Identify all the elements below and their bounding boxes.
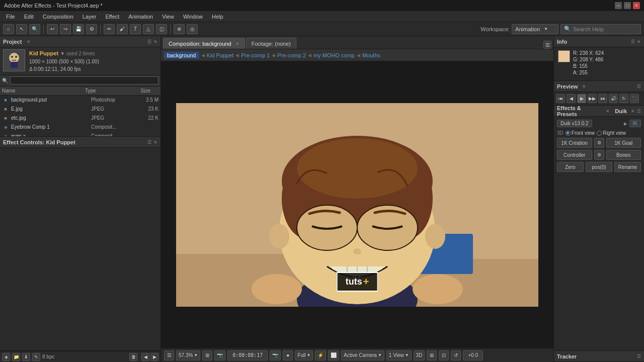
search-help-input[interactable]: 🔍 Search Help [560,24,641,34]
transparency-btn[interactable]: ⬜ [328,350,339,360]
camera-dropdown[interactable]: Active Camera ▼ [341,350,384,360]
comp-tab-close[interactable]: ✕ [235,41,239,46]
menu-window[interactable]: Window [179,13,207,21]
pen-tool[interactable]: ✏ [104,24,115,34]
menu-layer[interactable]: Layer [78,13,101,21]
fast-preview[interactable]: ⚡ [315,350,326,360]
quality-dropdown[interactable]: Full ▼ [295,350,313,360]
project-search-input[interactable] [10,76,158,84]
render-btn[interactable]: ● [283,350,293,360]
workspace-dropdown[interactable]: Animation ▼ [512,24,558,34]
effect-panel-menu[interactable]: ☰ [147,140,151,145]
reset-btn[interactable]: ↺ [451,350,461,360]
duik-right-radio[interactable]: Right view [597,130,626,136]
breadcrumb-moho[interactable]: my MOHO comp [313,52,355,58]
menu-edit[interactable]: Edit [20,13,38,21]
project-panel-menu[interactable]: ☰ [147,39,151,44]
menu-view[interactable]: View [158,13,178,21]
next-frame[interactable]: ▶ [150,353,158,361]
duik-ik-button[interactable]: IK [629,120,641,127]
new-comp-button[interactable]: ◈ [2,353,10,361]
duik-pos0-btn[interactable]: pos(0) [586,162,612,172]
new-folder-button[interactable]: 📁 [12,353,20,361]
text-tool[interactable]: T [130,24,141,34]
list-item[interactable]: ■ E.jpg JPEG 23 K [0,105,160,114]
menu-file[interactable]: File [2,13,19,21]
breadcrumb-precomp1[interactable]: Pre-comp 1 [241,52,270,58]
preview-loop[interactable]: ↻ [619,94,628,103]
duik-goal-btn[interactable]: 1K Goal [606,138,641,148]
breadcrumb-background[interactable]: background [164,52,199,59]
preview-audio[interactable]: 🔊 [609,94,618,103]
viewer-extra[interactable]: +0.0 [463,350,483,360]
viewer-menu-btn[interactable]: ☰ [164,350,174,360]
brush-tool[interactable]: 🖌 [117,24,128,34]
pixel-btn[interactable]: ⊡ [439,350,449,360]
zoom-dropdown[interactable]: 57.3% ▼ [176,350,200,360]
move-tool[interactable]: ⊕ [174,24,185,34]
undo-button[interactable]: ↩ [47,24,58,34]
effect-panel-close[interactable]: ✕ [153,140,157,145]
3d-view-btn[interactable]: 3D [414,350,425,360]
delete-button[interactable]: 🗑 [129,353,137,361]
snapshot-btn[interactable]: 📷 [214,350,225,360]
comp-tab-footage[interactable]: Footage: (none) [246,38,296,49]
ep-close-x[interactable]: ✕ [606,109,610,114]
fit-viewer[interactable]: ⊞ [202,350,212,360]
preview-last-frame[interactable]: ⏭ [598,94,607,103]
tool-search[interactable]: 🔍 [29,24,40,34]
grid-btn[interactable]: ⊞ [427,350,437,360]
comp-tab-background[interactable]: Composition: background ✕ [163,38,245,49]
menu-effect[interactable]: Effect [101,13,123,21]
close-button[interactable]: ✕ [633,2,640,9]
tool-selection[interactable]: ↖ [16,24,27,34]
list-item[interactable]: ■ background.psd Photoshop 3.5 M [0,96,160,105]
redo-button[interactable]: ↪ [60,24,71,34]
menu-composition[interactable]: Composition [39,13,77,21]
list-item[interactable]: ◈ eyes x Composit... [0,132,160,137]
shape-tool[interactable]: △ [143,24,154,34]
duik-bones-btn[interactable]: Bones [606,150,641,160]
preview-ram[interactable]: ⬛ [630,94,639,103]
duik-creation-icon[interactable]: ⚙ [594,138,604,148]
breadcrumb-precomp2[interactable]: Pre-comp 2 [277,52,306,58]
minimize-button[interactable]: ─ [615,2,622,9]
duik-creation-btn[interactable]: 1K Creation [557,138,592,148]
composition-viewer[interactable]: tuts+ [161,61,553,348]
preview-close-x[interactable]: ✕ [582,84,586,89]
tracker-menu[interactable]: ☰ [637,354,641,359]
breadcrumb-mouths[interactable]: Mouths [362,52,380,58]
duik-front-radio[interactable]: Front view [566,130,595,136]
ep-duik-close[interactable]: ✕ [631,109,635,114]
views-dropdown[interactable]: 1 View ▼ [386,350,412,360]
preview-prev-frame[interactable]: ◀ [567,94,576,103]
project-panel-close[interactable]: ✕ [153,39,157,44]
save-button[interactable]: 💾 [73,24,84,34]
duik-zero-btn[interactable]: Zero [557,162,584,172]
preview-panel-menu[interactable]: ☰ [637,84,641,89]
comp-tab-menu[interactable]: ☰ [543,41,551,49]
duik-rename-btn[interactable]: Rename [614,162,641,172]
breadcrumb-kid-puppet[interactable]: Kid Puppet [207,52,234,58]
anchor-tool[interactable]: ◎ [187,24,198,34]
camera-icon[interactable]: 📷 [270,350,281,360]
maximize-button[interactable]: □ [624,2,631,9]
list-item[interactable]: ■ etc.jpg JPEG 22 K [0,114,160,123]
preview-next-frame[interactable]: ▶▶ [588,94,597,103]
preview-play[interactable]: ▶ [577,94,586,103]
settings-button[interactable]: ⚙ [86,24,97,34]
list-item[interactable]: ◈ Eyebrow Comp 1 Composit... [0,123,160,132]
preview-first-frame[interactable]: ⏮ [556,94,565,103]
import-button[interactable]: ⬇ [22,353,30,361]
home-button[interactable]: ⌂ [3,24,14,34]
info-panel-menu[interactable]: ☰ [631,39,635,44]
info-panel-close[interactable]: ✕ [637,39,641,44]
menu-animation[interactable]: Animation [124,13,157,21]
eraser-tool[interactable]: ◫ [156,24,167,34]
prev-frame[interactable]: ◀ [141,353,149,361]
ep-menu[interactable]: ☰ [637,109,641,114]
edit-button[interactable]: ✎ [32,353,40,361]
menu-help[interactable]: Help [208,13,227,21]
duik-controller-icon[interactable]: ⚙ [594,150,604,160]
duik-controller-btn[interactable]: Controller [557,150,592,160]
